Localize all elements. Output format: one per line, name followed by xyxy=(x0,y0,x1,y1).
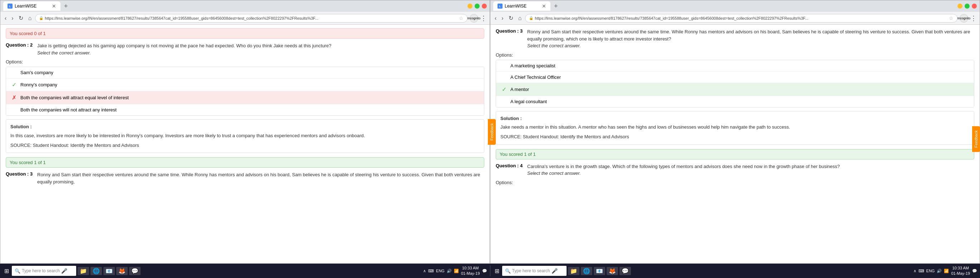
bookmark-icon-right[interactable]: ☆ xyxy=(949,15,953,21)
notification-icon-right: 💬 xyxy=(972,269,977,273)
maximize-button-left[interactable] xyxy=(475,3,480,9)
time-left: 10:33 AM xyxy=(461,265,480,271)
feedback-tab-left[interactable]: Feedback xyxy=(488,119,496,145)
sys-tray-right: ∧ ⌨ ENG 🔊 📶 10:33 AM 01-May-19 💬 xyxy=(913,265,977,276)
tab-close-right[interactable]: ✕ xyxy=(542,3,546,9)
incognito-button-right[interactable]: Incognito xyxy=(959,14,968,22)
option-icon-q2-2: ✓ xyxy=(10,81,18,88)
keyboard-icon-right: ⌨ xyxy=(918,269,924,273)
mic-icon-right: 🎤 xyxy=(552,268,558,274)
home-button-left[interactable]: ⌂ xyxy=(27,14,33,22)
options-list-q3: A marketing specialist A Chief Technical… xyxy=(496,60,974,107)
minimize-button-right[interactable] xyxy=(958,3,963,9)
option-text-q2-3: Both the companies will attract equal le… xyxy=(21,95,129,100)
window-controls-left xyxy=(468,3,487,9)
search-bar-left[interactable]: 🔍 Type here to search 🎤 xyxy=(12,266,76,276)
option-q3-1[interactable]: A marketing specialist xyxy=(496,60,974,72)
score-banner-q4: You scored 1 of 1 xyxy=(496,149,974,160)
bookmark-icon-left[interactable]: ☆ xyxy=(459,15,463,21)
browser-tab-left[interactable]: L LearnWISE ✕ xyxy=(3,2,60,11)
taskbar-app-2-right[interactable]: 🌐 xyxy=(581,267,592,275)
options-label-q2: Options: xyxy=(6,59,484,64)
back-button-right[interactable]: ‹ xyxy=(493,14,498,22)
question-3-label: Question : 3 xyxy=(496,28,524,50)
forward-button-left[interactable]: › xyxy=(10,14,15,22)
taskbar-app-icon-r4: 🦊 xyxy=(609,268,616,274)
new-tab-button-right[interactable]: + xyxy=(552,2,560,11)
browser-window-left: L LearnWISE ✕ + ‹ › ↻ ⌂ 🔒 https://lms.le… xyxy=(0,0,490,264)
taskbar-app-2-left[interactable]: 🌐 xyxy=(91,267,102,275)
option-q3-2[interactable]: A Chief Technical Officer xyxy=(496,72,974,83)
option-q2-3[interactable]: ✗ Both the companies will attract equal … xyxy=(6,91,484,104)
taskbar-app-5-right[interactable]: 💬 xyxy=(619,267,631,275)
taskbar-app-icon-1: 📁 xyxy=(80,268,87,274)
start-button-left[interactable]: ⊞ xyxy=(3,266,10,276)
question-3-preview-left: You scored 1 of 1 Question : 3 Ronny and… xyxy=(6,157,484,185)
time-block-right: 10:33 AM 01-May-19 xyxy=(951,265,970,276)
windows-logo-right: ⊞ xyxy=(495,268,499,274)
browser-tab-right[interactable]: L LearnWISE ✕ xyxy=(493,2,550,11)
chevron-up-icon-right: ∧ xyxy=(913,269,916,273)
taskbar-app-4-right[interactable]: 🦊 xyxy=(606,267,618,275)
taskbar-app-3-right[interactable]: 📧 xyxy=(594,267,605,275)
question-4-block: You scored 1 of 1 Question : 4 Carolina'… xyxy=(496,149,974,185)
close-button-left[interactable] xyxy=(482,3,487,9)
question-4-label: Question : 4 xyxy=(496,163,524,177)
taskbar-right: ⊞ 🔍 Type here to search 🎤 📁 🌐 📧 🦊 💬 ∧ ⌨ … xyxy=(493,265,977,276)
options-list-q2: Sam's company ✓ Ronny's company ✗ Both t… xyxy=(6,67,484,116)
search-icon-left: 🔍 xyxy=(15,268,21,274)
mic-icon-left: 🎤 xyxy=(61,268,67,274)
option-q2-1[interactable]: Sam's company xyxy=(6,67,484,78)
notification-icon-left: 💬 xyxy=(482,269,487,273)
minimize-button-left[interactable] xyxy=(468,3,473,9)
taskbar-app-icon-r5: 💬 xyxy=(622,268,629,274)
feedback-tab-right[interactable]: Feedback xyxy=(972,126,980,152)
date-right: 01-May-19 xyxy=(951,271,970,276)
back-button-left[interactable]: ‹ xyxy=(3,14,8,22)
taskbar-app-1-left[interactable]: 📁 xyxy=(78,267,89,275)
address-bar-left: ‹ › ↻ ⌂ 🔒 https://lms.learnwise.org/IN/e… xyxy=(0,12,490,25)
option-q2-2[interactable]: ✓ Ronny's company xyxy=(6,78,484,91)
close-button-right[interactable] xyxy=(972,3,977,9)
lock-icon-left: 🔒 xyxy=(39,16,43,20)
taskbar-app-icon-4: 🦊 xyxy=(118,268,126,274)
option-text-q3-3: A mentor xyxy=(511,87,529,92)
menu-button-left[interactable]: ⋮ xyxy=(480,14,487,22)
url-bar-right[interactable]: 🔒 https://lms.learnwise.org/IN/en/assess… xyxy=(525,14,958,22)
tab-close-left[interactable]: ✕ xyxy=(52,3,56,9)
question-3-row-left: Question : 3 Ronny and Sam start their r… xyxy=(6,171,484,185)
reload-button-right[interactable]: ↻ xyxy=(507,14,515,22)
question-4-instruction: Select the correct answer. xyxy=(527,171,581,176)
start-button-right[interactable]: ⊞ xyxy=(493,266,501,276)
taskbar-app-3-left[interactable]: 📧 xyxy=(103,267,115,275)
reload-button-left[interactable]: ↻ xyxy=(17,14,25,22)
taskbar-app-icon-r1: 📁 xyxy=(570,268,577,274)
address-bar-right: ‹ › ↻ ⌂ 🔒 https://lms.learnwise.org/IN/e… xyxy=(490,12,980,25)
network-icon-left: 📶 xyxy=(454,269,459,273)
taskbar-app-4-left[interactable]: 🦊 xyxy=(116,267,128,275)
search-bar-right[interactable]: 🔍 Type here to search 🎤 xyxy=(502,266,566,276)
incognito-button-left[interactable]: Incognito xyxy=(469,14,478,22)
forward-button-right[interactable]: › xyxy=(500,14,505,22)
option-q2-4[interactable]: Both the companies will not attract any … xyxy=(6,104,484,115)
question-2-block: You scored 0 of 1 Question : 2 Jake is g… xyxy=(6,28,484,153)
url-bar-left[interactable]: 🔒 https://lms.learnwise.org/IN/en/assess… xyxy=(35,14,468,22)
taskbar-app-icon-r3: 📧 xyxy=(596,268,603,274)
search-text-left: Type here to search xyxy=(22,268,60,273)
network-icon-right: 📶 xyxy=(944,269,949,273)
option-q3-3[interactable]: ✓ A mentor xyxy=(496,83,974,96)
lang-label-right: ENG xyxy=(926,269,935,273)
taskbar-app-1-right[interactable]: 📁 xyxy=(568,267,579,275)
solution-q2: Solution : In this case, investors are m… xyxy=(6,119,484,153)
menu-button-right[interactable]: ⋮ xyxy=(970,14,977,22)
taskbar-app-5-left[interactable]: 💬 xyxy=(129,267,140,275)
incognito-label-right: Incognito xyxy=(958,16,971,20)
url-text-right: https://lms.learnwise.org/IN/en/assessme… xyxy=(535,16,808,21)
new-tab-button-left[interactable]: + xyxy=(62,2,70,11)
question-4-row: Question : 4 Carolina's venture is in th… xyxy=(496,163,974,177)
question-3-text: Ronny and Sam start their respective ven… xyxy=(527,28,974,50)
option-q3-4[interactable]: A legal consultant xyxy=(496,96,974,107)
options-label-q3: Options: xyxy=(496,52,974,58)
home-button-right[interactable]: ⌂ xyxy=(517,14,523,22)
maximize-button-right[interactable] xyxy=(965,3,970,9)
